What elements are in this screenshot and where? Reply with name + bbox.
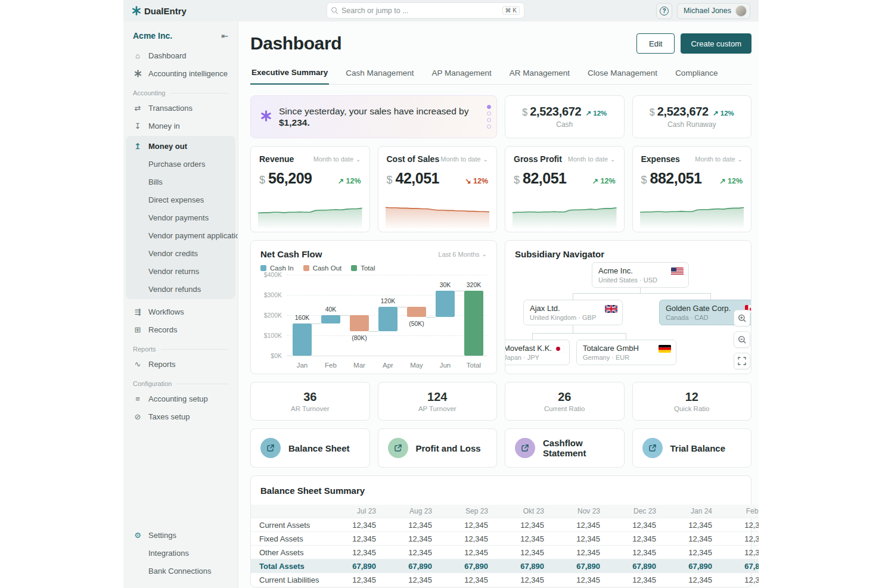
period-dropdown[interactable]: Month to date⌄	[313, 155, 361, 163]
org-switcher: Acme Inc. ⇤	[123, 29, 238, 46]
cell: 12,345	[664, 532, 720, 546]
kpi-title: Expenses	[641, 154, 680, 164]
sidebar-item-bills[interactable]: Bills	[126, 173, 235, 191]
cell: 67,890	[440, 559, 496, 573]
sidebar-footer: ⚙SettingsIntegrationsBank Connections	[123, 526, 238, 588]
cell: 12,345	[496, 546, 552, 559]
tab-ar-management[interactable]: AR Management	[508, 69, 571, 84]
app-body: Acme Inc. ⇤ ⌂DashboardAccounting intelli…	[123, 21, 759, 588]
ratio-label: AP Turnover	[418, 405, 456, 412]
app-window: DualEntry ⌘ K ? Michael Jones Acme Inc. …	[123, 0, 759, 588]
search-icon	[331, 7, 338, 14]
table-row-total-assets: Total Assets67,89067,89067,89067,89067,8…	[251, 559, 759, 573]
period-dropdown[interactable]: Month to date⌄	[568, 155, 616, 163]
stat-delta: ↗ 12%	[585, 109, 607, 117]
sidebar-item-transactions[interactable]: ⇄Transactions	[123, 99, 238, 117]
topbar: DualEntry ⌘ K ? Michael Jones	[123, 0, 759, 21]
connector-line	[397, 307, 407, 307]
bar-label: 40K	[316, 306, 345, 313]
sidebar-item-reports[interactable]: ∿Reports	[123, 355, 238, 373]
sidebar-item-label: Records	[148, 325, 177, 334]
subsidiary-navigator-panel: Subsidiary Navigator Acme Inc.United Sta…	[505, 240, 751, 374]
column-header: Feb 24	[720, 505, 759, 518]
search-bar[interactable]: ⌘ K	[327, 2, 524, 18]
column-header: Okt 23	[496, 505, 552, 518]
zoom-in-button[interactable]	[734, 310, 750, 326]
sidebar-item-integrations[interactable]: Integrations	[123, 544, 238, 562]
kpi-value-row: $56,209↗ 12%	[259, 170, 361, 187]
report-link-cashflow-statement[interactable]: Cashflow Statement	[505, 428, 625, 468]
carousel-dot[interactable]	[487, 125, 491, 129]
stat-label: Cash Runaway	[667, 120, 716, 129]
kpi-row: RevenueMonth to date⌄$56,209↗ 12%Cost of…	[250, 146, 751, 232]
sidebar-item-accounting-intelligence[interactable]: Accounting intelligence	[123, 64, 238, 82]
report-link-profit-and-loss[interactable]: Profit and Loss	[378, 428, 498, 468]
sidebar-item-money-in[interactable]: ↧Money in	[123, 117, 238, 135]
sidebar-item-vendor-payment-applications[interactable]: Vendor payment applications	[126, 226, 235, 244]
row-label: Total Assets	[251, 559, 328, 573]
carousel-dot[interactable]	[487, 118, 491, 122]
sidebar-item-accounting-setup[interactable]: ≡Accounting setup	[123, 390, 238, 407]
sidebar-item-settings[interactable]: ⚙Settings	[123, 526, 238, 544]
subsidiary-name: Totalcare GmbH	[583, 344, 670, 353]
kpi-header: Gross ProfitMonth to date⌄	[514, 154, 616, 164]
report-link-balance-sheet[interactable]: Balance Sheet	[250, 428, 370, 468]
sidebar-item-purchase-orders[interactable]: Purchase orders	[126, 155, 235, 173]
sidebar-item-records[interactable]: ⊞Records	[123, 321, 238, 338]
sidebar-item-vendor-credits[interactable]: Vendor credits	[126, 244, 235, 262]
cell: 12,345	[552, 532, 608, 546]
sidebar-item-label: Vendor returns	[148, 267, 199, 276]
search-shortcut-badge: ⌘ K	[502, 6, 520, 15]
carousel-dot[interactable]	[487, 105, 491, 109]
x-tick-label: Feb	[316, 362, 345, 369]
kpi-value-row: $82,051↗ 12%	[514, 170, 616, 187]
balance-sheet-summary-card: Balance Sheet Summary Jul 23Aug 23Sep 23…	[250, 475, 751, 587]
sidebar-item-vendor-refunds[interactable]: Vendor refunds	[126, 280, 235, 298]
sidebar-item-label: Money in	[148, 122, 180, 130]
cell: 12,345	[440, 532, 496, 546]
sidebar-item-bank-connections[interactable]: Bank Connections	[123, 562, 238, 580]
org-node-totalcare-gmbh[interactable]: Totalcare GmbHGermany · EUR	[576, 340, 676, 365]
cell: 12,345	[608, 546, 664, 559]
column-header	[251, 505, 328, 518]
org-node-ajax-ltd[interactable]: Ajax Ltd.United Kingdom · GBP	[523, 300, 623, 325]
y-tick-label: $200K	[260, 312, 282, 319]
sidebar-item-money-out[interactable]: ↥Money out	[126, 137, 235, 155]
report-label: Profit and Loss	[416, 443, 481, 453]
collapse-left-icon[interactable]: ⇤	[221, 31, 228, 41]
create-custom-button[interactable]: Create custom	[681, 33, 751, 54]
tab-executive-summary[interactable]: Executive Summary	[250, 68, 329, 85]
period-dropdown[interactable]: Month to date⌄	[695, 155, 743, 163]
sidebar-item-workflows[interactable]: ⇶Workflows	[123, 303, 238, 321]
tab-ap-management[interactable]: AP Management	[430, 69, 492, 84]
tab-close-management[interactable]: Close Management	[586, 69, 659, 84]
search-input[interactable]	[341, 7, 499, 15]
kpi-value: 42,051	[396, 170, 439, 187]
kpi-value: 882,051	[650, 170, 702, 187]
org-connector	[626, 333, 626, 340]
org-node-movefast-k-k[interactable]: Movefast K.K.Japan · JPY	[505, 340, 570, 365]
kpi-card-expenses: ExpensesMonth to date⌄$882,051↗ 12%	[632, 146, 752, 232]
tab-cash-management[interactable]: Cash Management	[344, 69, 415, 84]
sidebar-item-direct-expenses[interactable]: Direct expenses	[126, 191, 235, 209]
report-link-trial-balance[interactable]: Trial Balance	[632, 428, 752, 468]
org-node-acme-inc[interactable]: Acme Inc.United States · USD	[592, 262, 689, 288]
sidebar-item-dashboard[interactable]: ⌂Dashboard	[123, 46, 238, 64]
period-dropdown[interactable]: Month to date⌄	[440, 155, 488, 163]
tab-compliance[interactable]: Compliance	[674, 69, 719, 84]
avatar	[735, 5, 747, 17]
chart-range-dropdown[interactable]: Last 6 Months ⌄	[439, 251, 487, 258]
help-button[interactable]: ?	[656, 3, 672, 19]
sidebar-item-vendor-payments[interactable]: Vendor payments	[126, 209, 235, 226]
zoom-out-button[interactable]	[734, 331, 750, 348]
carousel-dot[interactable]	[487, 111, 491, 116]
user-menu[interactable]: Michael Jones	[677, 3, 750, 19]
fullscreen-button[interactable]	[734, 353, 750, 369]
kpi-card-revenue: RevenueMonth to date⌄$56,209↗ 12%	[250, 146, 370, 232]
sliders-icon: ≡	[133, 394, 142, 403]
edit-button[interactable]: Edit	[636, 33, 675, 54]
x-tick-label: Jan	[288, 362, 316, 369]
sidebar-item-taxes-setup[interactable]: ⊘Taxes setup	[123, 407, 238, 425]
cell: 12,345	[552, 518, 608, 532]
sidebar-item-vendor-returns[interactable]: Vendor returns	[126, 262, 235, 280]
